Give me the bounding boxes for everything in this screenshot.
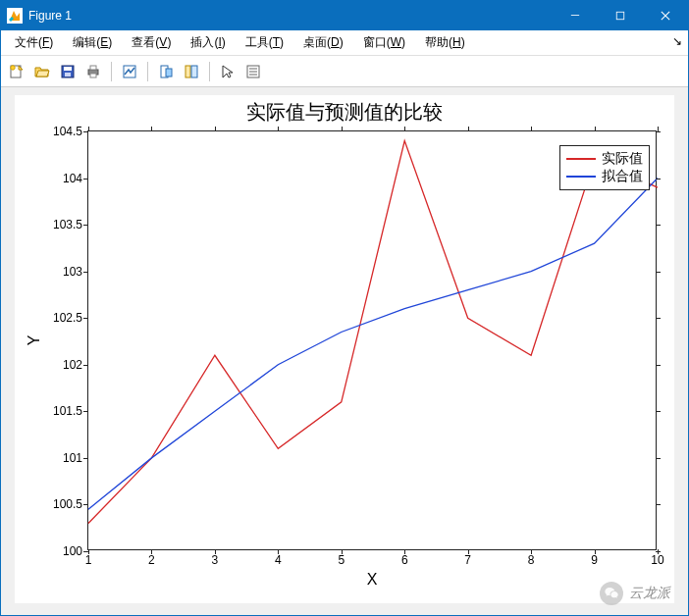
y-tick-label: 104.5: [49, 125, 88, 138]
plot-outer: 实际值与预测值的比较 实际值拟合值 X Y 12345678910100100.…: [15, 95, 674, 603]
svg-rect-9: [90, 66, 96, 70]
open-button[interactable]: [30, 60, 54, 83]
title-bar: Figure 1: [1, 1, 688, 30]
close-button[interactable]: [643, 1, 688, 30]
new-figure-button[interactable]: [5, 60, 28, 83]
toolbar-separator: [209, 62, 210, 81]
menu-v[interactable]: 查看(V): [122, 32, 181, 52]
chart-title: 实际值与预测值的比较: [15, 99, 674, 126]
watermark: 云龙派: [600, 582, 670, 605]
svg-rect-13: [166, 69, 172, 77]
y-tick-label: 102.5: [49, 311, 88, 325]
y-tick-label: 101: [49, 451, 88, 465]
watermark-text: 云龙派: [629, 585, 670, 602]
y-tick-label: 100: [49, 544, 88, 558]
menu-h[interactable]: 帮助(H): [415, 32, 475, 52]
link-axes-button[interactable]: [118, 60, 141, 83]
menu-w[interactable]: 窗口(W): [353, 32, 415, 52]
open-property-inspector-button[interactable]: [241, 60, 265, 83]
plot-lines: [88, 131, 658, 551]
wechat-icon: [600, 582, 623, 605]
menu-bar: 文件(F)编辑(E)查看(V)插入(I)工具(T)桌面(D)窗口(W)帮助(H)…: [1, 30, 688, 56]
print-button[interactable]: [81, 60, 105, 83]
insert-colorbar-button[interactable]: [180, 60, 203, 83]
legend-label: 拟合值: [602, 168, 643, 185]
legend[interactable]: 实际值拟合值: [559, 145, 650, 190]
dock-toggle-icon[interactable]: ↘: [672, 34, 682, 48]
menu-t[interactable]: 工具(T): [236, 32, 293, 52]
axes[interactable]: 实际值拟合值 X Y 12345678910100100.5101101.510…: [87, 130, 657, 550]
toolbar: [1, 56, 688, 87]
svg-rect-1: [571, 15, 579, 16]
legend-entry: 拟合值: [566, 168, 643, 185]
legend-swatch: [566, 176, 596, 178]
svg-rect-10: [90, 74, 96, 77]
svg-rect-14: [186, 66, 190, 77]
toolbar-separator: [111, 62, 112, 81]
y-tick-label: 103: [49, 265, 88, 279]
figure-canvas-area: 实际值与预测值的比较 实际值拟合值 X Y 12345678910100100.…: [1, 87, 688, 615]
save-button[interactable]: [56, 60, 80, 83]
y-tick-label: 102: [49, 358, 88, 372]
svg-rect-2: [616, 12, 624, 20]
matlab-icon: [7, 8, 23, 24]
legend-swatch: [566, 158, 596, 160]
series-line: [88, 141, 658, 524]
figure-window: Figure 1 文件(F)编辑(E)查看(V)插入(I)工具(T)桌面(D)窗…: [0, 0, 689, 616]
svg-rect-15: [191, 66, 197, 77]
edit-plot-button[interactable]: [216, 60, 239, 83]
menu-d[interactable]: 桌面(D): [293, 32, 353, 52]
maximize-button[interactable]: [598, 1, 643, 30]
legend-label: 实际值: [602, 150, 643, 168]
menu-i[interactable]: 插入(I): [181, 32, 235, 52]
y-tick-label: 101.5: [49, 404, 88, 418]
y-axis-label: Y: [26, 335, 43, 346]
svg-rect-7: [65, 73, 71, 77]
toolbar-separator: [147, 62, 148, 81]
data-cursor-button[interactable]: [154, 60, 178, 83]
x-axis-label: X: [367, 571, 378, 589]
minimize-button[interactable]: [553, 1, 598, 30]
svg-rect-6: [64, 67, 72, 71]
y-tick-label: 103.5: [49, 218, 88, 231]
menu-e[interactable]: 编辑(E): [63, 32, 122, 52]
svg-point-4: [11, 65, 15, 69]
legend-entry: 实际值: [566, 150, 643, 168]
y-tick-label: 100.5: [49, 497, 88, 511]
y-tick-label: 104: [49, 172, 88, 185]
menu-f[interactable]: 文件(F): [5, 32, 63, 52]
window-title: Figure 1: [28, 9, 72, 23]
